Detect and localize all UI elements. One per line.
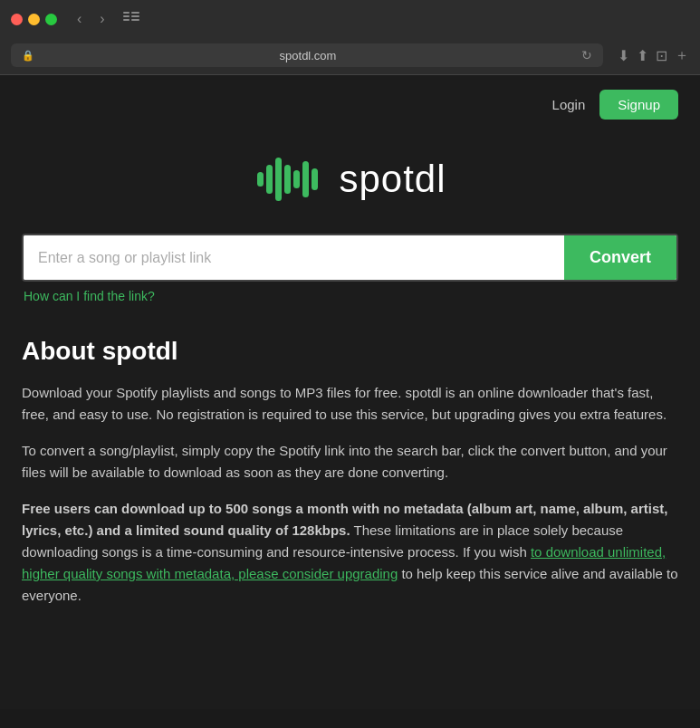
about-section: About spotdl Download your Spotify playl… [0,315,700,643]
logo-text: spotdl [339,158,446,201]
toolbar-icons: ⬇ ⬆ ⊡ ＋ [618,46,689,65]
about-para-1: Download your Spotify playlists and song… [22,382,678,426]
convert-button[interactable]: Convert [564,235,676,280]
reload-button[interactable]: ↻ [581,48,592,62]
about-para-3: Free users can download up to 500 songs … [22,498,678,607]
svg-rect-1 [123,15,129,17]
tab-overview-icon[interactable]: ⊡ [656,47,667,64]
about-para-2: To convert a song/playlist, simply copy … [22,440,678,484]
browser-chrome: ‹ › 🔒 spotdl.com ↻ ⬇ ⬆ ⊡ ＋ [0,0,700,75]
svg-rect-3 [131,12,139,14]
help-link[interactable]: How can I find the link? [24,289,155,303]
search-section: Convert How can I find the link? [0,234,700,315]
search-bar: Convert [22,234,678,282]
reader-view-button[interactable] [118,10,145,29]
forward-button[interactable]: › [94,9,110,29]
svg-rect-2 [123,19,129,21]
search-input[interactable] [24,235,564,280]
svg-rect-4 [131,15,139,17]
svg-rect-5 [131,19,139,21]
share-icon[interactable]: ⬆ [637,47,648,64]
svg-rect-0 [123,12,129,14]
svg-rect-8 [275,158,282,201]
page-content: Login Signup spotdl Convert How can I fi… [0,75,700,709]
address-bar[interactable]: 🔒 spotdl.com ↻ [11,43,603,67]
maximize-button[interactable] [45,14,57,25]
about-title: About spotdl [22,337,678,366]
window-controls [11,14,57,25]
svg-rect-7 [266,165,273,194]
site-header: Login Signup [0,75,700,134]
svg-rect-6 [257,172,264,187]
new-tab-icon[interactable]: ＋ [675,46,689,65]
lock-icon: 🔒 [22,50,34,62]
login-button[interactable]: Login [552,97,586,112]
signup-button[interactable]: Signup [599,90,678,120]
svg-rect-9 [284,165,291,194]
url-text: spotdl.com [40,49,576,62]
browser-titlebar: ‹ › [0,0,700,38]
svg-rect-12 [312,168,318,190]
logo-section: spotdl [0,134,700,234]
back-button[interactable]: ‹ [72,9,87,29]
waveform-icon [254,152,326,206]
browser-toolbar: 🔒 spotdl.com ↻ ⬇ ⬆ ⊡ ＋ [0,38,700,74]
minimize-button[interactable] [28,14,40,25]
download-icon[interactable]: ⬇ [618,47,629,64]
svg-rect-11 [302,161,309,197]
svg-rect-10 [293,170,300,188]
close-button[interactable] [11,14,23,25]
